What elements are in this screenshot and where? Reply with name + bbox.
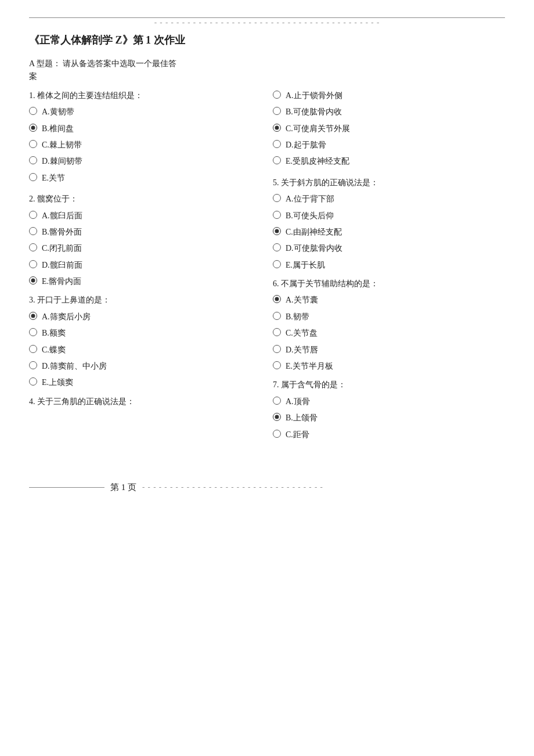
radio-q7a[interactable] (273, 397, 281, 405)
radio-q4c[interactable] (273, 124, 281, 132)
question-7-title: 7. 属于含气骨的是： (273, 379, 505, 391)
q3-option-a[interactable]: A.筛窦后小房 (29, 311, 255, 323)
q4-option-c[interactable]: C.可使肩关节外展 (273, 123, 505, 135)
question-5-title: 5. 关于斜方肌的正确说法是： (273, 177, 505, 189)
q7-option-b[interactable]: B.上颌骨 (273, 412, 505, 424)
q4-option-b[interactable]: B.可使肱骨内收 (273, 106, 505, 118)
radio-q4b[interactable] (273, 107, 281, 115)
radio-q2b[interactable] (29, 227, 37, 235)
top-dashes: - - - - - - - - - - - - - - - - - - - - … (29, 18, 505, 27)
page-title: 《正常人体解剖学 Z》第 1 次作业 (29, 33, 505, 47)
radio-q6c[interactable] (273, 328, 281, 336)
radio-q6a[interactable] (273, 295, 281, 303)
q3-option-e[interactable]: E.上颌窦 (29, 376, 255, 389)
radio-q2c[interactable] (29, 243, 37, 251)
radio-q6e[interactable] (273, 361, 281, 369)
radio-q5b[interactable] (273, 211, 281, 219)
q6-option-b[interactable]: B.韧带 (273, 311, 505, 323)
radio-q3c[interactable] (29, 345, 37, 353)
q2-option-c[interactable]: C.闭孔前面 (29, 242, 255, 255)
radio-q2d[interactable] (29, 260, 37, 268)
q3-option-b[interactable]: B.额窦 (29, 327, 255, 340)
q3-option-c[interactable]: C.蝶窦 (29, 344, 255, 357)
q1-option-b[interactable]: B.椎间盘 (29, 123, 255, 135)
q2-option-e[interactable]: E.髂骨内面 (29, 275, 255, 288)
q3-option-d[interactable]: D.筛窦前、中小房 (29, 360, 255, 373)
radio-q3a[interactable] (29, 312, 37, 320)
radio-q2e[interactable] (29, 276, 37, 285)
q1-option-a[interactable]: A.黄韧带 (29, 106, 255, 118)
q5-option-a[interactable]: A.位于背下部 (273, 193, 505, 206)
q1-option-e[interactable]: E.关节 (29, 172, 255, 185)
question-4-options: A.止于锁骨外侧 B.可使肱骨内收 C.可使肩关节外展 D.起于肱骨 E.受肌皮… (273, 89, 505, 168)
q6-option-c[interactable]: C.关节盘 (273, 327, 505, 340)
radio-q3e[interactable] (29, 377, 37, 386)
radio-q7c[interactable] (273, 430, 281, 438)
radio-q4d[interactable] (273, 140, 281, 148)
radio-q5e[interactable] (273, 260, 281, 268)
question-7: 7. 属于含气骨的是： A.顶骨 B.上颌骨 C.距骨 (273, 379, 505, 441)
question-4-title: 4. 关于三角肌的正确说法是： (29, 395, 255, 408)
q5-option-b[interactable]: B.可使头后仰 (273, 210, 505, 222)
q4-option-a[interactable]: A.止于锁骨外侧 (273, 89, 505, 102)
radio-q5a[interactable] (273, 194, 281, 202)
q1-option-d[interactable]: D.棘间韧带 (29, 155, 255, 168)
radio-q5c[interactable] (273, 227, 281, 235)
radio-q1d[interactable] (29, 156, 37, 164)
q2-option-b[interactable]: B.髂骨外面 (29, 226, 255, 239)
question-3: 3. 开口于上鼻道的是： A.筛窦后小房 B.额窦 C.蝶窦 D.筛窦前、中小房… (29, 294, 255, 389)
section-header: A 型题： 请从备选答案中选取一个最佳答 案 (29, 57, 505, 84)
radio-q3d[interactable] (29, 361, 37, 369)
question-3-title: 3. 开口于上鼻道的是： (29, 294, 255, 307)
q7-option-a[interactable]: A.顶骨 (273, 395, 505, 408)
radio-q5d[interactable] (273, 243, 281, 251)
q5-option-d[interactable]: D.可使肱骨内收 (273, 242, 505, 255)
radio-q4e[interactable] (273, 156, 281, 164)
question-2-title: 2. 髋窝位于： (29, 193, 255, 206)
q2-option-a[interactable]: A.髋臼后面 (29, 210, 255, 222)
right-column: A.止于锁骨外侧 B.可使肱骨内收 C.可使肩关节外展 D.起于肱骨 E.受肌皮… (267, 89, 505, 447)
q4-option-d[interactable]: D.起于肱骨 (273, 139, 505, 152)
q5-option-e[interactable]: E.属于长肌 (273, 259, 505, 272)
question-2: 2. 髋窝位于： A.髋臼后面 B.髂骨外面 C.闭孔前面 D.髋臼前面 E.髂… (29, 193, 255, 288)
radio-q2a[interactable] (29, 211, 37, 219)
question-6: 6. 不属于关节辅助结构的是： A.关节囊 B.韧带 C.关节盘 D.关节唇 E… (273, 278, 505, 373)
q4-option-e[interactable]: E.受肌皮神经支配 (273, 155, 505, 168)
q7-option-c[interactable]: C.距骨 (273, 429, 505, 441)
q6-option-d[interactable]: D.关节唇 (273, 344, 505, 357)
footer-left-rule (29, 487, 104, 488)
page-number: 第 1 页 (104, 482, 142, 493)
radio-q3b[interactable] (29, 328, 37, 336)
question-6-title: 6. 不属于关节辅助结构的是： (273, 278, 505, 290)
question-4-title-block: 4. 关于三角肌的正确说法是： (29, 395, 255, 408)
question-5: 5. 关于斜方肌的正确说法是： A.位于背下部 B.可使头后仰 C.由副神经支配… (273, 177, 505, 272)
left-column: 1. 椎体之间的主要连结组织是： A.黄韧带 B.椎间盘 C.棘上韧带 D.棘间… (29, 89, 267, 447)
radio-q6d[interactable] (273, 345, 281, 353)
q5-option-c[interactable]: C.由副神经支配 (273, 226, 505, 239)
radio-q1b[interactable] (29, 124, 37, 132)
q2-option-d[interactable]: D.髋臼前面 (29, 259, 255, 272)
question-1: 1. 椎体之间的主要连结组织是： A.黄韧带 B.椎间盘 C.棘上韧带 D.棘间… (29, 89, 255, 185)
radio-q4a[interactable] (273, 91, 281, 99)
q6-option-e[interactable]: E.关节半月板 (273, 360, 505, 373)
page-footer: 第 1 页 - - - - - - - - - - - - - - - - - … (29, 482, 505, 493)
q6-option-a[interactable]: A.关节囊 (273, 294, 505, 307)
radio-q1a[interactable] (29, 107, 37, 115)
q1-option-c[interactable]: C.棘上韧带 (29, 139, 255, 152)
question-1-title: 1. 椎体之间的主要连结组织是： (29, 89, 255, 102)
footer-right-dashes: - - - - - - - - - - - - - - - - - - - - … (142, 483, 505, 492)
radio-q1e[interactable] (29, 173, 37, 181)
radio-q1c[interactable] (29, 140, 37, 148)
radio-q7b[interactable] (273, 413, 281, 421)
radio-q6b[interactable] (273, 312, 281, 320)
